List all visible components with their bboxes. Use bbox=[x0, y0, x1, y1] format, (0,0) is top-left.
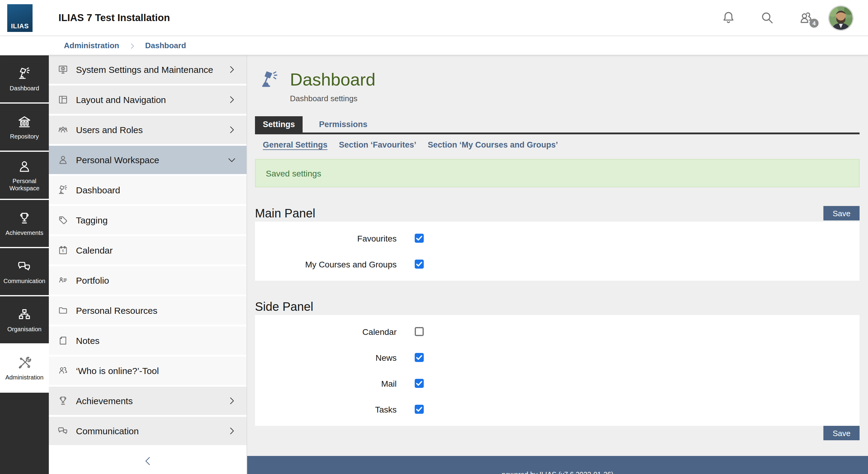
page-title: Dashboard bbox=[290, 70, 375, 90]
dashboard-lamp-icon bbox=[261, 70, 278, 92]
menu-item-label: Tagging bbox=[76, 215, 107, 225]
trophy-icon bbox=[17, 211, 32, 226]
menu-item-who-is-online-tool[interactable]: ‘Who is online?’-Tool bbox=[49, 357, 247, 385]
menu-collapse-button[interactable] bbox=[49, 448, 247, 474]
subtab-bar: General SettingsSection ‘Favourites’Sect… bbox=[255, 140, 860, 149]
rail-item-label: Administration bbox=[4, 374, 45, 381]
chevron-right-icon bbox=[227, 125, 237, 135]
menu-item-label: Achievements bbox=[76, 396, 133, 406]
subtab-section-favourites[interactable]: Section ‘Favourites’ bbox=[339, 140, 416, 149]
chevron-right-icon bbox=[227, 396, 237, 406]
user-avatar[interactable] bbox=[828, 5, 854, 30]
breadcrumb-dashboard[interactable]: Dashboard bbox=[145, 41, 186, 50]
form-row-tasks: Tasks bbox=[255, 396, 860, 422]
menu-item-label: Notes bbox=[76, 336, 99, 346]
tab-bar: SettingsPermissions bbox=[255, 116, 860, 134]
page-footer: powered by ILIAS (v7.6 2022-01-26) bbox=[247, 456, 868, 474]
user-icon bbox=[57, 154, 69, 166]
tag-icon bbox=[57, 214, 69, 226]
content-area: Dashboard Dashboard settings SettingsPer… bbox=[247, 56, 868, 474]
checkbox-mail[interactable] bbox=[415, 379, 424, 388]
success-message: Saved settings bbox=[255, 159, 860, 187]
breadcrumb: Administration Dashboard bbox=[0, 36, 868, 56]
section-title: Side Panel bbox=[255, 300, 313, 313]
menu-item-label: System Settings and Maintenance bbox=[76, 64, 213, 75]
main-icon-rail: Dashboard Repository Personal Workspace … bbox=[0, 56, 49, 474]
menu-item-achievements[interactable]: Achievements bbox=[49, 387, 247, 415]
menu-item-calendar[interactable]: 6 Calendar bbox=[49, 236, 247, 264]
administration-menu-list: System Settings and Maintenance Layout a… bbox=[49, 56, 247, 447]
rail-item-organisation[interactable]: Organisation bbox=[0, 296, 49, 344]
online-users-icon[interactable]: 4 bbox=[798, 10, 814, 26]
field-label: My Courses and Groups bbox=[255, 259, 397, 269]
rail-item-label: Achievements bbox=[4, 230, 45, 236]
calendar-icon: 6 bbox=[57, 244, 69, 256]
rail-item-achievements[interactable]: Achievements bbox=[0, 200, 49, 248]
chevron-right-icon bbox=[227, 95, 237, 105]
rail-item-administration[interactable]: Administration bbox=[0, 344, 49, 393]
tab-permissions[interactable]: Permissions bbox=[311, 116, 375, 133]
rail-item-label: Communication bbox=[2, 278, 47, 284]
menu-item-personal-workspace[interactable]: Personal Workspace bbox=[49, 146, 247, 174]
rail-item-communication[interactable]: Communication bbox=[0, 248, 49, 296]
checkbox-calendar[interactable] bbox=[415, 327, 424, 336]
menu-item-portfolio[interactable]: Portfolio bbox=[49, 266, 247, 295]
menu-item-personal-resources[interactable]: Personal Resources bbox=[49, 296, 247, 325]
checkbox-favourites[interactable] bbox=[415, 234, 424, 243]
menu-item-users-and-roles[interactable]: Users and Roles bbox=[49, 116, 247, 144]
form-panel-main-panel: Favourites My Courses and Groups bbox=[255, 222, 860, 281]
subtab-general-settings[interactable]: General Settings bbox=[263, 140, 328, 149]
note-icon bbox=[57, 335, 69, 346]
checkbox-news[interactable] bbox=[415, 353, 424, 362]
rail-item-label: Dashboard bbox=[8, 85, 41, 92]
menu-item-communication[interactable]: Communication bbox=[49, 417, 247, 445]
chat-icon bbox=[17, 259, 32, 274]
search-icon[interactable] bbox=[759, 10, 775, 26]
trophy-icon bbox=[57, 395, 69, 407]
page-subtitle: Dashboard settings bbox=[290, 94, 375, 103]
breadcrumb-administration[interactable]: Administration bbox=[64, 41, 119, 50]
menu-item-dashboard[interactable]: Dashboard bbox=[49, 176, 247, 204]
users-icon bbox=[57, 124, 69, 136]
form-row-mail: Mail bbox=[255, 370, 860, 396]
folder-icon bbox=[57, 305, 69, 316]
menu-item-label: ‘Who is online?’-Tool bbox=[76, 366, 159, 376]
menu-item-tagging[interactable]: Tagging bbox=[49, 206, 247, 234]
section-heading-side-panel: Side Panel bbox=[255, 299, 860, 314]
bottom-save-row: Save bbox=[255, 426, 860, 440]
menu-item-layout-and-navigation[interactable]: Layout and Navigation bbox=[49, 86, 247, 114]
settings-form: Main Panel Save Favourites My Courses an… bbox=[255, 206, 860, 440]
lamp-icon bbox=[17, 66, 32, 81]
menu-item-label: Layout and Navigation bbox=[76, 95, 166, 105]
tab-settings[interactable]: Settings bbox=[255, 116, 303, 133]
powered-by-ilias-link[interactable]: powered by ILIAS (v7.6 2022-01-26) bbox=[502, 471, 614, 474]
rail-item-personal-workspace[interactable]: Personal Workspace bbox=[0, 152, 49, 200]
chevron-right-icon bbox=[227, 64, 237, 75]
checkbox-tasks[interactable] bbox=[415, 405, 424, 414]
rail-item-repository[interactable]: Repository bbox=[0, 104, 49, 152]
menu-item-label: Portfolio bbox=[76, 275, 109, 285]
save-button-top[interactable]: Save bbox=[824, 206, 860, 221]
ilias-logo[interactable]: ILIAS bbox=[7, 4, 33, 32]
notifications-bell-icon[interactable] bbox=[720, 10, 737, 26]
menu-item-notes[interactable]: Notes bbox=[49, 327, 247, 355]
menu-item-label: Personal Resources bbox=[76, 305, 157, 315]
form-row-favourites: Favourites bbox=[255, 225, 860, 251]
form-row-news: News bbox=[255, 344, 860, 370]
form-row-my-courses-and-groups: My Courses and Groups bbox=[255, 251, 860, 277]
menu-item-label: Calendar bbox=[76, 245, 113, 256]
menu-item-system-settings-and-maintenance[interactable]: System Settings and Maintenance bbox=[49, 56, 247, 84]
section-heading-main-panel: Main Panel Save bbox=[255, 206, 860, 221]
rail-item-dashboard[interactable]: Dashboard bbox=[0, 56, 49, 104]
breadcrumb-chevron-icon bbox=[128, 41, 136, 49]
who-online-icon bbox=[57, 365, 69, 376]
chevron-down-icon bbox=[227, 155, 237, 165]
field-label: News bbox=[255, 353, 397, 362]
save-button-bottom[interactable]: Save bbox=[824, 426, 860, 440]
subtab-section-my-courses-and-groups[interactable]: Section ‘My Courses and Groups’ bbox=[428, 140, 558, 149]
checkbox-my-courses-and-groups[interactable] bbox=[415, 260, 424, 269]
form-panel-side-panel: Calendar News Mail Tasks bbox=[255, 315, 860, 426]
chat-icon bbox=[57, 425, 69, 437]
menu-item-label: Users and Roles bbox=[76, 125, 143, 135]
page-title-block: Dashboard Dashboard settings bbox=[255, 56, 860, 113]
